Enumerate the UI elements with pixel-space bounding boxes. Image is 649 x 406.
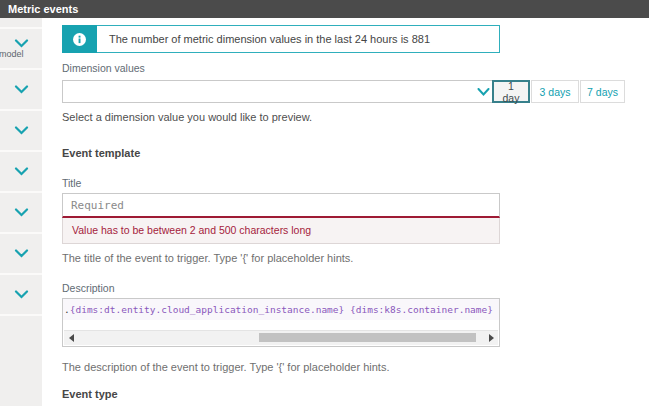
chevron-down-icon bbox=[14, 167, 29, 176]
event-type-label: Event type bbox=[62, 388, 118, 400]
chevron-down-icon bbox=[14, 208, 29, 217]
sidebar-section-model[interactable]: model bbox=[0, 29, 42, 70]
info-banner: The number of metric dimension values in… bbox=[62, 25, 500, 53]
sidebar-section-2[interactable] bbox=[0, 70, 42, 111]
code-placeholder-token: {dims:k8s.container.name} bbox=[350, 304, 493, 315]
range-button-1day[interactable]: 1 day bbox=[492, 80, 530, 103]
horizontal-scrollbar[interactable] bbox=[64, 330, 498, 345]
event-template-heading: Event template bbox=[62, 147, 140, 159]
title-input[interactable] bbox=[62, 193, 500, 218]
scroll-left-arrow-icon[interactable] bbox=[64, 331, 78, 344]
description-editor[interactable]: .{dims:dt.entity.cloud_application_insta… bbox=[62, 298, 500, 347]
window-title-bar: Metric events bbox=[0, 0, 649, 18]
title-help-text: The title of the event to trigger. Type … bbox=[62, 252, 353, 264]
title-field-group: Value has to be between 2 and 500 charac… bbox=[62, 193, 500, 244]
sidebar-section-3[interactable] bbox=[0, 111, 42, 152]
chevron-down-icon bbox=[14, 290, 29, 299]
title-label: Title bbox=[62, 177, 81, 189]
page-title: Metric events bbox=[8, 3, 78, 15]
sidebar: model bbox=[0, 18, 42, 406]
sidebar-section-label: model bbox=[0, 49, 24, 59]
chevron-down-icon bbox=[14, 249, 29, 258]
chevron-down-icon bbox=[14, 85, 29, 94]
sidebar-section-7[interactable] bbox=[0, 275, 42, 316]
scrollbar-thumb[interactable] bbox=[259, 333, 476, 342]
sidebar-section-6[interactable] bbox=[0, 234, 42, 275]
sidebar-section-5[interactable] bbox=[0, 193, 42, 234]
range-button-7days[interactable]: 7 days bbox=[580, 80, 625, 103]
chevron-down-icon bbox=[477, 88, 490, 96]
description-label: Description bbox=[62, 282, 115, 294]
range-button-3days[interactable]: 3 days bbox=[531, 80, 579, 103]
dimension-values-label: Dimension values bbox=[62, 62, 145, 74]
chevron-down-icon bbox=[14, 126, 29, 135]
sidebar-spacer bbox=[0, 18, 42, 29]
sidebar-section-4[interactable] bbox=[0, 152, 42, 193]
dimension-values-select[interactable] bbox=[62, 80, 500, 103]
info-icon bbox=[62, 25, 97, 53]
metric-events-panel: The number of metric dimension values in… bbox=[42, 18, 649, 406]
info-banner-text: The number of metric dimension values in… bbox=[97, 25, 500, 53]
description-code-line: .{dims:dt.entity.cloud_application_insta… bbox=[63, 299, 499, 320]
description-help-text: The description of the event to trigger.… bbox=[62, 361, 389, 373]
chevron-down-icon bbox=[14, 39, 29, 48]
scroll-right-arrow-icon[interactable] bbox=[484, 331, 498, 344]
title-validation-error: Value has to be between 2 and 500 charac… bbox=[62, 218, 500, 244]
preview-range-buttons: 1 day 3 days 7 days bbox=[492, 80, 625, 103]
code-placeholder-token: {dims:dt.entity.cloud_application_instan… bbox=[70, 304, 345, 315]
dimension-hint-text: Select a dimension value you would like … bbox=[62, 111, 312, 123]
